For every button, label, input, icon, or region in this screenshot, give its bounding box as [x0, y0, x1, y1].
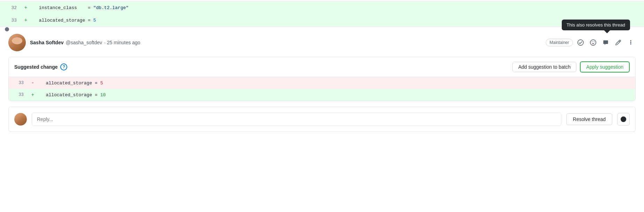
comment-time: · 25 minutes ago — [104, 40, 140, 45]
comment-icon — [603, 39, 609, 46]
line-number-33: 33 — [0, 18, 21, 23]
suggested-change-box: Suggested change ? Add suggestion to bat… — [8, 57, 636, 101]
avatar-image — [8, 34, 26, 51]
comment-author-section: Sasha Softdev @sasha_softdev · 25 minute… — [8, 34, 140, 51]
suggestion-marker-plus: + — [28, 92, 38, 98]
author-info: Sasha Softdev @sasha_softdev · 25 minute… — [30, 40, 140, 45]
suggestion-diff: 33 - allocated_storage = 5 33 + allocate… — [9, 77, 635, 101]
comment-header: Sasha Softdev @sasha_softdev · 25 minute… — [8, 34, 636, 51]
kebab-icon — [628, 39, 634, 46]
author-avatar — [8, 34, 26, 51]
reply-input[interactable] — [32, 113, 561, 126]
suggestion-line-num-added: 33 — [9, 92, 28, 97]
suggestion-marker-minus: - — [28, 80, 38, 86]
help-icon[interactable]: ? — [60, 63, 67, 70]
suggested-change-label: Suggested change — [14, 64, 58, 70]
resolve-and-next-button[interactable] — [617, 113, 630, 126]
add-to-batch-button[interactable]: Add suggestion to batch — [512, 62, 576, 72]
suggested-change-buttons: Add suggestion to batch Apply suggestion — [512, 61, 630, 73]
edit-button-wrapper: This also resolves this thread — [613, 38, 623, 47]
dot-indicator — [5, 27, 9, 31]
diff-marker-32: + — [21, 5, 31, 10]
author-handle: @sasha_softdev — [66, 40, 102, 45]
line-number-32: 32 — [0, 5, 21, 10]
smiley-icon — [590, 39, 596, 46]
comment-actions: Maintainer — [546, 38, 636, 47]
check-circle-button[interactable] — [576, 38, 585, 47]
edit-button[interactable] — [613, 38, 623, 47]
diff-marker-33: + — [21, 17, 31, 23]
removed-number: 5 — [100, 81, 103, 86]
suggestion-line-num-removed: 33 — [9, 81, 28, 85]
suggestion-code-added: allocated_storage = 10 — [38, 92, 106, 98]
reply-area: Resolve thread — [8, 107, 636, 132]
code-diff-area: 32 + instance_class = "db.t2.large" 33 +… — [0, 1, 644, 27]
resolve-thread-button[interactable]: Resolve thread — [566, 113, 612, 125]
suggestion-code-removed: allocated_storage = 5 — [38, 81, 103, 86]
suggestion-diff-line-removed: 33 - allocated_storage = 5 — [9, 77, 635, 89]
suggested-change-header: Suggested change ? Add suggestion to bat… — [9, 57, 635, 77]
diff-line-33: 33 + allocated_storage = 5 — [0, 14, 644, 26]
comment-button[interactable] — [601, 38, 611, 47]
emoji-button[interactable] — [588, 38, 598, 47]
maintainer-badge: Maintainer — [546, 39, 573, 46]
added-number: 10 — [100, 92, 106, 98]
diff-line-32: 32 + instance_class = "db.t2.large" — [0, 1, 644, 14]
suggested-change-title: Suggested change ? — [14, 63, 67, 70]
resolve-next-icon — [620, 116, 627, 123]
diff-code-32: instance_class = "db.t2.large" — [31, 5, 129, 10]
help-question-mark: ? — [63, 65, 65, 69]
comment-thread: Sasha Softdev @sasha_softdev · 25 minute… — [0, 27, 644, 132]
check-circle-icon — [577, 39, 584, 46]
pencil-icon — [615, 39, 621, 46]
reply-avatar — [14, 113, 27, 126]
apply-suggestion-button[interactable]: Apply suggestion — [580, 61, 630, 73]
author-name: Sasha Softdev — [30, 40, 63, 45]
sidebar-dot — [3, 25, 11, 33]
more-options-button[interactable] — [626, 38, 636, 47]
diff-code-33: allocated_storage = 5 — [31, 18, 96, 23]
suggestion-diff-line-added: 33 + allocated_storage = 10 — [9, 89, 635, 101]
page-container: 32 + instance_class = "db.t2.large" 33 +… — [0, 0, 644, 212]
